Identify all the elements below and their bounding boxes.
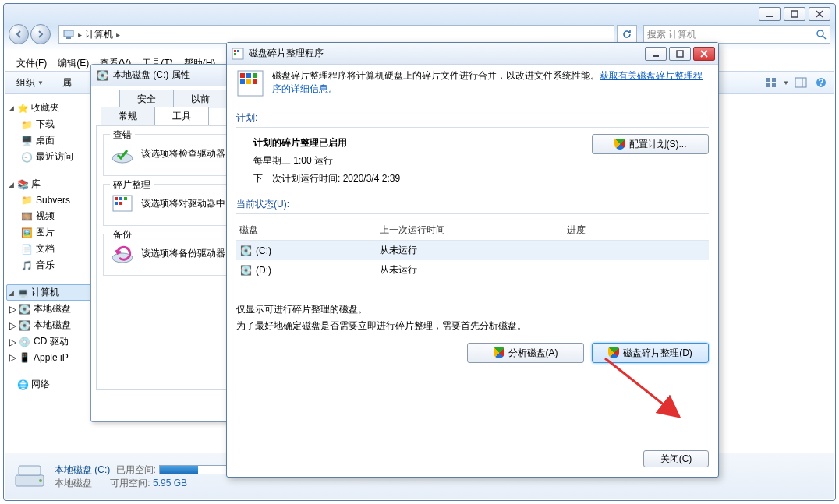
computer-icon: 💻 (16, 287, 29, 299)
organize-button[interactable]: 组织 ▼ (9, 73, 51, 93)
defrag-title: 磁盘碎片整理程序 (249, 47, 324, 60)
recent-icon: 🕘 (20, 151, 33, 164)
defrag-body: 磁盘碎片整理程序将计算机硬盘上的碎片文件进行合并，以改进文件系统性能。获取有关磁… (236, 69, 709, 467)
svg-rect-4 (64, 30, 73, 37)
close-button[interactable] (809, 7, 830, 21)
breadcrumb-sep (116, 29, 120, 40)
nav-back-forward (9, 23, 55, 45)
minimize-button[interactable] (759, 7, 781, 21)
back-button[interactable] (9, 24, 29, 44)
drive-icon: 💽 (18, 319, 30, 332)
svg-rect-5 (66, 37, 71, 39)
drive-icon (12, 460, 47, 494)
refresh-button[interactable] (617, 25, 637, 44)
defrag-button[interactable]: 磁盘碎片整理(D) (592, 343, 709, 363)
defrag-icon (232, 48, 244, 60)
check-icon (110, 141, 135, 166)
properties-button[interactable]: 属 (55, 73, 79, 93)
svg-rect-12 (795, 78, 806, 87)
svg-rect-10 (766, 83, 770, 87)
svg-rect-30 (234, 53, 236, 55)
sidebar-item-subversion[interactable]: 📁Subvers (6, 192, 98, 208)
sidebar-item-cd[interactable]: ▷💿CD 驱动 (6, 333, 98, 350)
table-row[interactable]: 💽(C:) 从未运行 (236, 241, 709, 260)
svg-line-7 (823, 36, 826, 39)
table-header: 磁盘 上一次运行时间 进度 (236, 220, 709, 241)
sidebar-item-apple[interactable]: ▷📱Apple iP (6, 350, 98, 365)
shield-icon (494, 347, 504, 358)
svg-rect-23 (124, 197, 127, 200)
search-icon (816, 29, 827, 40)
tab-general[interactable]: 常规 (101, 107, 155, 125)
address-bar[interactable]: 计算机 (58, 25, 614, 44)
minimize-button[interactable] (645, 47, 667, 61)
menu-file[interactable]: 文件(F) (12, 55, 51, 72)
sidebar-libraries-head[interactable]: ◢📚库 (6, 176, 98, 192)
sidebar-item-pictures[interactable]: 🖼️图片 (6, 224, 98, 241)
svg-rect-38 (253, 73, 257, 78)
video-icon: 🎞️ (20, 210, 33, 223)
svg-rect-28 (234, 50, 236, 52)
svg-rect-32 (677, 51, 683, 57)
sidebar-item-desktop[interactable]: 🖥️桌面 (6, 132, 98, 149)
svg-rect-18 (19, 466, 41, 475)
network-icon: 🌐 (16, 379, 29, 391)
defrag-actions: 分析磁盘(A) 磁盘碎片整理(D) (236, 343, 709, 363)
sidebar-computer-head[interactable]: ◢💻计算机 (6, 284, 98, 301)
sidebar-item-documents[interactable]: 📄文档 (6, 241, 98, 257)
tab-tools[interactable]: 工具 (154, 107, 209, 125)
svg-rect-37 (246, 73, 251, 78)
defrag-window: 磁盘碎片整理程序 磁盘碎片整理程序将计算机硬盘上的碎片文件进行合并，以改进文件系… (226, 42, 719, 478)
defrag-icon (236, 69, 264, 97)
maximize-button[interactable] (784, 7, 805, 21)
breadcrumb-sep (78, 29, 82, 40)
forward-button[interactable] (30, 24, 51, 44)
music-icon: 🎵 (20, 259, 33, 272)
sidebar-item-downloads[interactable]: 📁下载 (6, 116, 98, 132)
svg-rect-29 (237, 50, 239, 52)
sidebar-item-music[interactable]: 🎵音乐 (6, 257, 98, 273)
config-schedule-button[interactable]: 配置计划(S)... (592, 134, 709, 154)
cd-icon: 💿 (18, 336, 30, 348)
schedule-info: 计划的碎片整理已启用 每星期三 1:00 运行 下一次计划运行时间: 2020/… (236, 134, 400, 187)
device-icon: 📱 (18, 351, 30, 364)
shield-icon (608, 347, 619, 358)
sidebar-item-videos[interactable]: 🎞️视频 (6, 208, 98, 224)
sidebar-favorites-head[interactable]: ◢⭐收藏夹 (6, 100, 98, 116)
defrag-intro: 磁盘碎片整理程序将计算机硬盘上的碎片文件进行合并，以改进文件系统性能。获取有关磁… (236, 69, 709, 97)
maximize-button[interactable] (669, 47, 691, 61)
svg-rect-9 (772, 78, 776, 82)
desktop-icon: 🖥️ (20, 135, 33, 147)
view-mode-icon[interactable] (763, 74, 780, 91)
preview-pane-icon[interactable] (792, 74, 809, 91)
svg-rect-40 (246, 79, 251, 84)
sidebar-item-drive-c[interactable]: ▷💽本地磁盘 (6, 301, 98, 317)
breadcrumb-item[interactable]: 计算机 (85, 28, 113, 41)
status-head: 当前状态(U): (236, 198, 709, 211)
tab-previous[interactable]: 以前 (173, 90, 228, 108)
menu-edit[interactable]: 编辑(E) (53, 55, 94, 72)
close-button[interactable] (693, 47, 715, 61)
sidebar-network-head[interactable]: ▷🌐网络 (6, 376, 98, 393)
folder-icon: 📁 (20, 194, 33, 206)
drive-icon: 💽 (239, 245, 252, 257)
star-icon: ⭐ (16, 102, 29, 115)
backup-icon (110, 241, 135, 266)
table-row[interactable]: 💽(D:) 从未运行 (236, 260, 709, 280)
sidebar-item-recent[interactable]: 🕘最近访问 (6, 149, 98, 165)
defrag-icon (110, 191, 135, 216)
svg-rect-11 (772, 83, 776, 87)
svg-rect-39 (240, 79, 245, 84)
close-button[interactable]: 关闭(C) (643, 450, 709, 467)
search-input[interactable]: 搜索 计算机 (643, 25, 830, 44)
drive-type: 本地磁盘 (55, 478, 92, 488)
analyze-button[interactable]: 分析磁盘(A) (467, 343, 584, 363)
drive-icon: 💽 (18, 303, 30, 315)
drive-icon: 💽 (239, 264, 252, 277)
defrag-titlebar[interactable]: 磁盘碎片整理程序 (227, 43, 718, 65)
drive-name: 本地磁盘 (C:) (55, 464, 110, 475)
sidebar-item-drive-d[interactable]: ▷💽本地磁盘 (6, 317, 98, 333)
tab-security[interactable]: 安全 (119, 90, 174, 108)
help-icon[interactable]: ? (812, 74, 830, 91)
svg-rect-8 (766, 78, 770, 82)
